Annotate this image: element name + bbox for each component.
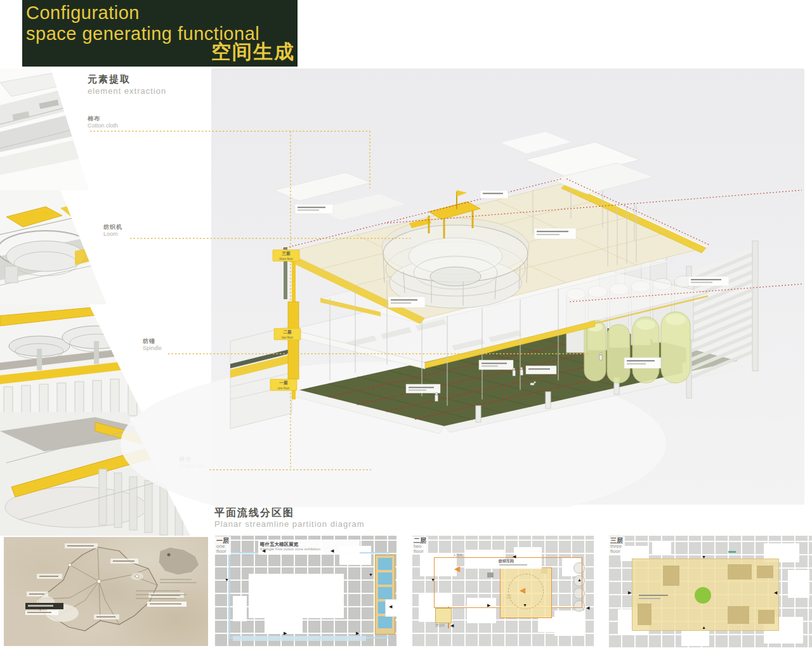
cargo-room (435, 608, 452, 623)
route-band (233, 636, 366, 641)
route-arrow: ▶ (356, 631, 359, 635)
visitor-route-one (229, 552, 389, 638)
floor-plan-two: ◀ ◀ 人流线 纺织车间 货流线 ◀ ▲ ▶ ▼ ▼ ◀ ◀ 二层 two fl… (411, 536, 594, 647)
route-arrow: ▲ (702, 625, 706, 630)
route-arrow: ◀ (513, 554, 516, 559)
route-arrow: ◀ (774, 590, 777, 595)
exhibition-strip (375, 555, 395, 635)
route-arrow: ▼ (523, 603, 527, 607)
plan-two-annotation: 纺织车间 (497, 559, 542, 569)
plans-title-en: Planar streamline partition diagram (214, 519, 365, 529)
route-arrow: ▼ (702, 555, 706, 559)
route-arrow: ◀ (331, 548, 334, 553)
flow-arrow: ◀ (520, 586, 525, 594)
route-arrow: ▶ (628, 590, 631, 595)
title-line-3: 空间生成 (211, 39, 295, 65)
svg-text:三层: 三层 (282, 251, 291, 255)
entrance-arrow: ◀ (389, 604, 392, 609)
route-arrow: ▲ (577, 578, 582, 582)
svg-text:two floor: two floor (282, 336, 294, 339)
route-arrow: ▶ (284, 631, 287, 635)
teal-mark (728, 551, 736, 553)
route-arrow: ▶ (487, 603, 490, 607)
site-map-graphics (4, 537, 208, 646)
floor-tag-three: 三层 three floor (273, 250, 299, 261)
title-line-1: Configuration (26, 3, 140, 23)
route-arrow: ▼ (225, 578, 229, 582)
plan-one-annotation-zh: 喀什五大棉区展览 (260, 541, 358, 547)
route-arrow: ▼ (369, 572, 373, 577)
flow-arrow: ◀ (454, 565, 460, 572)
entrance-arrow: ◀ (586, 605, 589, 610)
green-core-circle (695, 587, 711, 604)
isometric-drawing: 三层 three floor 二层 two floor 一层 one floor (0, 63, 812, 507)
flow-line-label: 人流线 (453, 553, 462, 557)
plans-title-zh: 平面流线分区图 (214, 507, 294, 520)
floor-plan-three: ▼ ▲ ▶ ◀ 三层 three floor (608, 536, 812, 649)
plan-one-annotation-en: Kashgar Five cotton zone exhibition (260, 547, 358, 552)
svg-text:二层: 二层 (283, 330, 292, 334)
site-map (4, 537, 208, 646)
plan-three-label: 三层 three floor (608, 536, 625, 555)
floor-tag-two: 二层 two floor (274, 328, 301, 340)
highlight-room: ◀ (500, 567, 552, 618)
svg-text:一层: 一层 (280, 380, 289, 385)
china-inset-map (159, 547, 199, 575)
route-arrow: ◀ (262, 548, 265, 553)
floor-plan-one: 喀什五大棉区展览 Kashgar Five cotton zone exhibi… (214, 536, 396, 647)
route-arrow: ▼ (431, 578, 435, 582)
plan-one-annotation: 喀什五大棉区展览 Kashgar Five cotton zone exhibi… (258, 541, 360, 555)
cargo-line-label: 货流线 (435, 623, 445, 627)
site-marker (97, 579, 101, 583)
title-block: Configuration space generating functiona… (22, 0, 298, 67)
presentation-board: Configuration space generating functiona… (0, 0, 812, 653)
plan-two-label: 二层 two floor (412, 536, 428, 555)
plan-one-label: 一层 one floor (214, 536, 231, 555)
dog-figure (530, 383, 534, 385)
svg-text:one floor: one floor (278, 387, 290, 390)
svg-text:three floor: three floor (279, 257, 293, 261)
route-arrow: ◀ (450, 623, 454, 628)
highlight-zone (632, 559, 779, 631)
floor-tag-one: 一层 one floor (270, 379, 297, 391)
